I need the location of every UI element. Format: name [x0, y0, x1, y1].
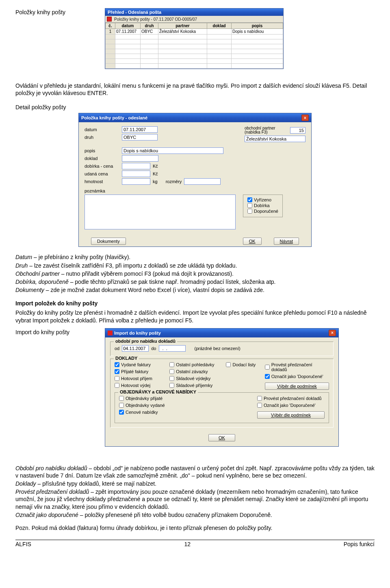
dokumenty-button[interactable]: Dokumenty [91, 238, 126, 245]
desc-dobirka: Dobírka, doporučeně – podle těchto přízn… [15, 278, 375, 285]
datum-input[interactable] [122, 126, 158, 133]
col-partner: partner [158, 23, 207, 29]
sv-checkbox[interactable] [169, 376, 174, 381]
dl-checkbox[interactable] [226, 362, 231, 367]
footer-page: 12 [184, 541, 191, 547]
rozmery-input[interactable] [184, 178, 221, 185]
overview-titlebar: Přehled - Odeslaná pošta [105, 9, 283, 16]
lbl-udana: udaná cena [84, 171, 122, 176]
import-window-title: Import do knihy pošty [114, 331, 161, 335]
doklady-legend: DOKLADY [114, 356, 139, 361]
lbl-objp: Objednávky přijaté [126, 396, 162, 401]
lbl-sv: Skladové výdejky [176, 376, 210, 381]
obj-legend: OBJEDNÁVKY a CENOVÉ NABÍDKY [118, 389, 198, 394]
detail-window-title: Položka knihy pošty - odeslané [81, 115, 147, 120]
vf-checkbox[interactable] [115, 362, 119, 367]
desc-datum: Datum – je přebíráno z knihy pošty (hlav… [15, 253, 375, 261]
overview-window-title: Přehled - Odeslaná pošta [108, 10, 161, 15]
period-hint: (prázdné bez omezení) [195, 346, 240, 351]
druh-input[interactable] [122, 134, 158, 141]
desc-druh: Druh – lze zavést číselník zatřídění F3,… [15, 262, 375, 269]
doklad-input[interactable] [122, 155, 158, 162]
table-row[interactable]: 1 07.11.2007 OBYC Železářství Kokoska Do… [106, 29, 283, 35]
objv-checkbox[interactable] [119, 403, 124, 408]
desc-obdobi: Období pro nabídku dokladů – období „od"… [15, 465, 375, 479]
lbl-ozn: Označit jako 'Doporučené' [271, 374, 323, 379]
popis-input[interactable] [122, 147, 223, 154]
partner-id-input[interactable] [290, 127, 306, 134]
vyber2-button[interactable]: Výběr dle podmínek [257, 411, 325, 419]
do-input[interactable] [159, 345, 186, 352]
desc-doklady: Doklady – příslušné typy dokladů, které … [15, 480, 375, 487]
udana-input[interactable] [122, 171, 150, 177]
dobirka-input[interactable] [122, 163, 150, 169]
table-row [106, 64, 283, 69]
dobirka-checkbox[interactable] [247, 203, 252, 208]
table-row [106, 44, 283, 49]
lbl-vyrizeno: Vyřízeno [254, 197, 271, 202]
cell: Železářství Kokoska [158, 29, 207, 35]
close-icon[interactable]: × [301, 115, 309, 121]
lbl-hm: hmotnost [84, 179, 122, 184]
sp-checkbox[interactable] [169, 383, 174, 388]
lbl-partner: obchodní partner (nabídka F3) [245, 126, 290, 134]
close-icon[interactable]: × [329, 330, 336, 336]
vyber-button[interactable]: Výběr dle podmínek [265, 383, 329, 390]
footer-right: Popis funkcí [344, 541, 375, 547]
table-row [106, 59, 283, 64]
import-icon [108, 331, 113, 335]
lbl-druh: druh [84, 135, 122, 140]
lbl-pf: Přijaté faktury [121, 369, 148, 374]
col-num: č. [106, 23, 115, 29]
overview-subtitle: Položky knihy pošty - 07.11.2007 OD-0005… [114, 17, 197, 22]
section1-intro: Ovládání v přehledu je standardní, lokál… [15, 82, 375, 97]
section3-text: Položky do knihy pošty lze přenést i hro… [15, 309, 375, 324]
unit-kg: kg [153, 179, 158, 184]
import-ok-button[interactable]: OK [208, 434, 235, 441]
col-doklad: doklad [207, 23, 232, 29]
detail-window: Položka knihy pošty - odeslané × datum d… [78, 113, 312, 247]
doporucene-checkbox[interactable] [247, 209, 252, 214]
overview-toolbar-icon [107, 17, 112, 22]
ok-button[interactable]: OK [243, 238, 262, 245]
partner-name-input[interactable] [245, 136, 306, 142]
navrat-button[interactable]: Návrat [274, 238, 299, 245]
table-row [106, 49, 283, 54]
cell: 1 [106, 29, 115, 35]
section3-heading: Import položek do knihy pošty [15, 300, 375, 307]
op-checkbox[interactable] [169, 362, 174, 367]
vyrizeno-checkbox[interactable] [247, 197, 252, 202]
ozn-checkbox[interactable] [265, 374, 270, 379]
objp-checkbox[interactable] [119, 396, 124, 401]
lbl-ozn2: Označit jako 'Doporučené' [264, 403, 316, 408]
oz-checkbox[interactable] [169, 369, 174, 374]
doklady-groupbox: DOKLADY Vydané faktury Přijaté faktury H… [110, 359, 334, 428]
pf-checkbox[interactable] [115, 369, 119, 374]
lbl-do: do [151, 346, 156, 351]
lbl-od: od [115, 346, 119, 351]
obj-groupbox: OBJEDNÁVKY a CENOVÉ NABÍDKY Objednávky p… [115, 392, 329, 423]
cell: Dopis s nabídkou [232, 29, 283, 35]
cell: OBYC [141, 29, 158, 35]
lbl-objv: Objednávky vydané [126, 403, 165, 408]
lbl-cn: Cenové nabídky [126, 410, 158, 415]
pred-checkbox[interactable] [265, 365, 270, 370]
pred2-checkbox[interactable] [257, 396, 262, 401]
cn-checkbox[interactable] [119, 410, 124, 415]
hmotnost-input[interactable] [122, 178, 150, 185]
hv-checkbox[interactable] [115, 383, 119, 388]
lbl-dl: Dodací listy [232, 362, 256, 367]
desc-dokumenty: Dokumenty – zde je možné zadat dokument … [15, 286, 375, 294]
col-popis: popis [232, 23, 283, 29]
section1-title: Položky knihy pošty [15, 9, 105, 15]
hp-checkbox[interactable] [115, 376, 119, 381]
overview-grid: č. datum druh partner doklad popis 1 07.… [105, 23, 283, 69]
lbl-popis: popis [84, 148, 122, 153]
cell [207, 29, 232, 35]
detail-titlebar: Položka knihy pošty - odeslané × [79, 113, 311, 122]
col-datum: datum [115, 23, 141, 29]
ozn2-checkbox[interactable] [257, 403, 262, 408]
poznamka-textarea[interactable] [84, 195, 236, 229]
lbl-dobirka: dobírka - cena [84, 164, 122, 169]
od-input[interactable] [122, 345, 149, 352]
